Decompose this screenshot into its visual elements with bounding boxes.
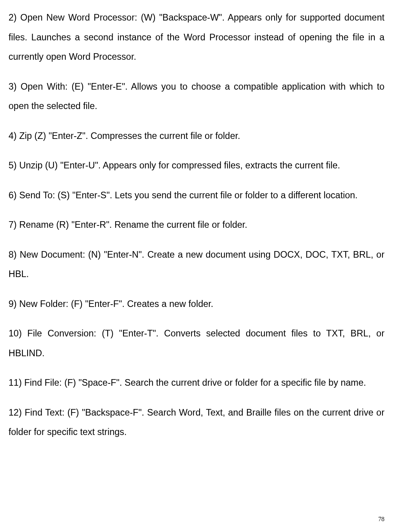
paragraph-item-3: 3) Open With: (E) "Enter-E". Allows you … [9, 77, 384, 116]
paragraph-item-4: 4) Zip (Z) "Enter-Z". Compresses the cur… [9, 126, 384, 146]
paragraph-item-7: 7) Rename (R) "Enter-R". Rename the curr… [9, 215, 384, 235]
page-number: 78 [378, 516, 384, 523]
document-body: 2) Open New Word Processor: (W) "Backspa… [9, 8, 384, 442]
paragraph-item-2: 2) Open New Word Processor: (W) "Backspa… [9, 8, 384, 67]
paragraph-item-6: 6) Send To: (S) "Enter-S". Lets you send… [9, 185, 384, 205]
paragraph-item-5: 5) Unzip (U) "Enter-U". Appears only for… [9, 156, 384, 175]
paragraph-item-9: 9) New Folder: (F) "Enter-F". Creates a … [9, 294, 384, 314]
paragraph-item-8: 8) New Document: (N) "Enter-N". Create a… [9, 245, 384, 284]
paragraph-item-10: 10) File Conversion: (T) "Enter-T". Conv… [9, 324, 384, 363]
paragraph-item-11: 11) Find File: (F) "Space-F". Search the… [9, 373, 384, 393]
paragraph-item-12: 12) Find Text: (F) "Backspace-F". Search… [9, 403, 384, 442]
